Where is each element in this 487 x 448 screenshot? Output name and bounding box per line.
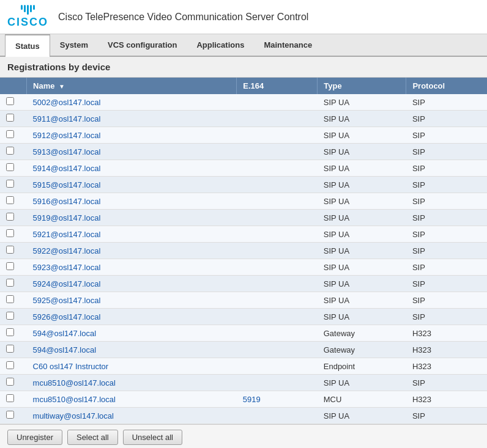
- unselect-all-button[interactable]: Unselect all: [123, 430, 182, 445]
- row-e164-cell: [237, 111, 318, 127]
- row-checkbox[interactable]: [6, 328, 14, 336]
- device-name-link[interactable]: 5916@osl147.local: [33, 197, 101, 206]
- row-type-cell: Gateway: [318, 325, 406, 342]
- col-header-e164: E.164: [237, 78, 318, 94]
- row-type-cell: SIP UA: [318, 111, 406, 127]
- row-checkbox[interactable]: [6, 295, 14, 303]
- device-name-link[interactable]: 5926@osl147.local: [33, 312, 101, 321]
- row-checkbox[interactable]: [6, 246, 14, 254]
- device-name-link[interactable]: 5914@osl147.local: [33, 164, 101, 173]
- device-name-link[interactable]: 5919@osl147.local: [33, 213, 101, 222]
- row-e164-cell: [237, 94, 318, 111]
- device-name-link[interactable]: 5913@osl147.local: [33, 147, 101, 156]
- row-type-cell: SIP UA: [318, 259, 406, 276]
- row-checkbox[interactable]: [6, 262, 14, 270]
- select-all-button[interactable]: Select all: [67, 430, 118, 445]
- device-name-link[interactable]: 5921@osl147.local: [33, 230, 101, 239]
- row-checkbox[interactable]: [6, 213, 14, 221]
- logo-bar-1: [21, 5, 23, 10]
- row-checkbox[interactable]: [6, 196, 14, 204]
- nav-vcs-configuration[interactable]: VCS configuration: [98, 34, 187, 56]
- row-type-cell: SIP UA: [318, 210, 406, 226]
- row-name-cell: 5916@osl147.local: [27, 193, 237, 210]
- row-e164-cell: [237, 292, 318, 309]
- row-checkbox[interactable]: [6, 229, 14, 237]
- row-name-cell: mcu8510@osl147.local: [27, 391, 237, 408]
- nav-maintenance[interactable]: Maintenance: [254, 34, 322, 56]
- row-name-cell: multiway@osl147.local: [27, 408, 237, 424]
- row-e164-cell: [237, 226, 318, 243]
- device-name-link[interactable]: 5002@osl147.local: [33, 98, 101, 107]
- nav-applications[interactable]: Applications: [187, 34, 254, 56]
- row-protocol-cell: SIP: [406, 210, 487, 226]
- unregister-button[interactable]: Unregister: [7, 430, 62, 445]
- row-protocol-cell: H323: [406, 342, 487, 358]
- row-checkbox[interactable]: [6, 130, 14, 138]
- logo-bar-3: [27, 5, 29, 15]
- device-name-link[interactable]: mcu8510@osl147.local: [33, 395, 116, 404]
- cisco-logo-bars: [21, 5, 35, 15]
- select-all-header: [0, 78, 27, 94]
- row-checkbox[interactable]: [6, 378, 14, 386]
- device-name-link[interactable]: 5923@osl147.local: [33, 263, 101, 272]
- registrations-table: Name ▼ E.164 Type Protocol 5002@osl147.l…: [0, 78, 487, 424]
- row-e164-cell: 5919: [237, 391, 318, 408]
- page-title-bar: Registrations by device: [0, 57, 487, 78]
- registrations-table-container: Name ▼ E.164 Type Protocol 5002@osl147.l…: [0, 78, 487, 424]
- row-name-cell: 5002@osl147.local: [27, 94, 237, 111]
- device-name-link[interactable]: 5925@osl147.local: [33, 296, 101, 305]
- e164-link[interactable]: 5919: [243, 395, 261, 404]
- row-checkbox-cell: [0, 292, 27, 309]
- nav-status[interactable]: Status: [5, 34, 50, 57]
- row-checkbox[interactable]: [6, 345, 14, 353]
- device-name-link[interactable]: mcu8510@osl147.local: [33, 378, 116, 387]
- row-checkbox[interactable]: [6, 97, 14, 105]
- device-name-link[interactable]: 594@osl147.local: [33, 345, 97, 354]
- row-checkbox[interactable]: [6, 180, 14, 188]
- row-name-cell: 5921@osl147.local: [27, 226, 237, 243]
- nav-system[interactable]: System: [50, 34, 98, 56]
- row-checkbox[interactable]: [6, 394, 14, 402]
- row-checkbox[interactable]: [6, 114, 14, 122]
- row-name-cell: 5923@osl147.local: [27, 259, 237, 276]
- device-name-link[interactable]: 5911@osl147.local: [33, 114, 101, 123]
- device-name-link[interactable]: 5924@osl147.local: [33, 279, 101, 288]
- app-title: Cisco TelePresence Video Communication S…: [58, 12, 308, 23]
- logo-bar-4: [30, 5, 32, 12]
- row-e164-cell: [237, 259, 318, 276]
- table-row: 5911@osl147.localSIP UASIP: [0, 111, 487, 127]
- row-checkbox-cell: [0, 276, 27, 292]
- row-type-cell: SIP UA: [318, 276, 406, 292]
- row-checkbox-cell: [0, 111, 27, 127]
- row-protocol-cell: SIP: [406, 127, 487, 144]
- row-name-cell: 594@osl147.local: [27, 342, 237, 358]
- device-name-link[interactable]: 5912@osl147.local: [33, 131, 101, 140]
- row-protocol-cell: SIP: [406, 292, 487, 309]
- row-checkbox[interactable]: [6, 279, 14, 287]
- row-checkbox[interactable]: [6, 361, 14, 369]
- row-checkbox[interactable]: [6, 312, 14, 320]
- device-name-link[interactable]: C60 osl147 Instructor: [33, 362, 109, 371]
- device-name-link[interactable]: 594@osl147.local: [33, 329, 97, 338]
- row-checkbox[interactable]: [6, 163, 14, 171]
- row-checkbox-cell: [0, 193, 27, 210]
- row-name-cell: 594@osl147.local: [27, 325, 237, 342]
- row-checkbox[interactable]: [6, 411, 14, 419]
- row-protocol-cell: SIP: [406, 144, 487, 160]
- row-name-cell: 5925@osl147.local: [27, 292, 237, 309]
- device-name-link[interactable]: multiway@osl147.local: [33, 411, 114, 420]
- row-checkbox-cell: [0, 259, 27, 276]
- device-name-link[interactable]: 5915@osl147.local: [33, 180, 101, 189]
- row-e164-cell: [237, 358, 318, 375]
- row-e164-cell: [237, 177, 318, 193]
- col-header-name[interactable]: Name ▼: [27, 78, 237, 94]
- row-type-cell: SIP UA: [318, 144, 406, 160]
- row-checkbox[interactable]: [6, 147, 14, 155]
- device-name-link[interactable]: 5922@osl147.local: [33, 246, 101, 255]
- table-row: 5924@osl147.localSIP UASIP: [0, 276, 487, 292]
- row-type-cell: SIP UA: [318, 193, 406, 210]
- row-e164-cell: [237, 127, 318, 144]
- row-protocol-cell: H323: [406, 325, 487, 342]
- row-protocol-cell: SIP: [406, 276, 487, 292]
- row-protocol-cell: H323: [406, 358, 487, 375]
